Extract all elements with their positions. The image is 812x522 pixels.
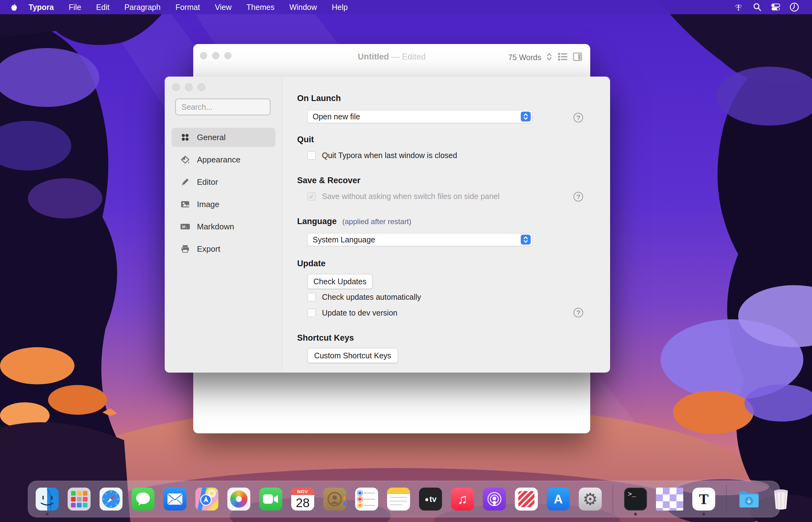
menu-item-window[interactable]: Window (282, 0, 325, 14)
sidebar-item-editor[interactable]: Editor (172, 172, 275, 192)
section-save-recover: Save & Recover (297, 176, 361, 185)
menu-bar: Typora File Edit Paragraph Format View T… (0, 0, 812, 14)
dock-item-safari[interactable] (100, 487, 122, 510)
document-status: Edited (402, 52, 426, 61)
menu-item-view[interactable]: View (208, 0, 239, 14)
dock-item-photos[interactable] (227, 487, 250, 510)
on-launch-help-icon[interactable]: ? (574, 113, 583, 122)
document-title-name: Untitled (357, 52, 389, 61)
dock-item-system-preferences[interactable]: ⚙ (579, 487, 602, 510)
dock-item-mail[interactable] (163, 487, 187, 510)
running-indicator (702, 513, 705, 516)
dock-item-facetime[interactable] (259, 487, 282, 510)
search-icon[interactable] (752, 2, 762, 13)
grid-dots-icon (180, 132, 190, 142)
auto-update-checkbox-row: Check updates automatically (307, 293, 421, 302)
dock-item-contacts[interactable] (323, 487, 346, 510)
gear-glyph: ⚙ (583, 491, 598, 507)
word-count-stepper-icon[interactable] (546, 52, 553, 63)
quit-checkbox[interactable] (307, 151, 316, 160)
section-shortcut-keys: Shortcut Keys (297, 333, 354, 343)
appstore-glyph: A (554, 492, 563, 506)
menu-item-paragraph[interactable]: Paragraph (117, 0, 168, 14)
on-launch-select[interactable]: Open new file (307, 110, 533, 123)
close-button[interactable] (172, 83, 180, 91)
dock-item-app-store[interactable]: A (547, 487, 570, 510)
sidebar-item-general[interactable]: General (172, 128, 275, 147)
dock-divider (613, 485, 613, 513)
dock-item-messages[interactable] (132, 487, 154, 510)
word-count[interactable]: 75 Words (508, 53, 541, 62)
zoom-button[interactable] (197, 83, 205, 91)
dock-item-trash[interactable] (770, 487, 792, 510)
section-language: Language(applied after restart) (297, 217, 411, 226)
calendar-day: 28 (291, 495, 314, 510)
dock-item-image-thumbnail[interactable] (656, 487, 683, 510)
select-stepper-icon (521, 112, 531, 121)
dev-version-help-icon[interactable]: ? (574, 308, 583, 317)
wifi-alert-icon[interactable] (733, 2, 744, 13)
running-indicator (634, 513, 637, 516)
dock-item-calendar[interactable]: NOV 28 (291, 487, 314, 510)
preferences-sidebar: General Appearance Editor (165, 77, 282, 373)
control-center-icon[interactable] (770, 2, 781, 13)
outline-list-icon[interactable] (557, 52, 568, 63)
save-help-icon[interactable]: ? (574, 192, 583, 201)
dock-item-notes[interactable] (387, 487, 410, 510)
dock-item-podcasts[interactable] (483, 487, 506, 510)
dock-item-news[interactable] (515, 487, 538, 510)
svg-text:M↓: M↓ (182, 225, 187, 229)
menu-item-format[interactable]: Format (168, 0, 208, 14)
auto-update-checkbox[interactable] (307, 293, 316, 301)
preferences-main-pane: On Launch Open new file ? Quit Quit Typo… (283, 77, 610, 373)
tv-glyph: tv (424, 495, 437, 504)
pencil-icon (180, 177, 190, 187)
clock-icon[interactable] (789, 2, 799, 13)
sidebar-item-export[interactable]: Export (172, 239, 275, 259)
calendar-month: NOV (291, 487, 314, 495)
language-note: (applied after restart) (343, 217, 411, 226)
dock-item-launchpad[interactable] (67, 487, 91, 510)
dock-item-typora[interactable]: T (692, 487, 715, 510)
dock-item-apple-tv[interactable]: tv (419, 487, 442, 510)
document-titlebar: Untitled — Edited 75 Words (193, 44, 590, 69)
terminal-prompt-glyph: >_ (628, 491, 636, 498)
section-quit: Quit (297, 135, 314, 144)
sidebar-item-appearance[interactable]: Appearance (172, 150, 275, 169)
printer-icon (180, 244, 190, 254)
dock-item-terminal[interactable]: >_ (624, 487, 647, 510)
minimize-button[interactable] (185, 83, 193, 91)
dev-version-checkbox-row: Update to dev version (307, 308, 397, 317)
menu-item-file[interactable]: File (61, 0, 89, 14)
menu-item-themes[interactable]: Themes (239, 0, 282, 14)
save-checkbox-row: ✓ Save without asking when switch files … (307, 192, 500, 201)
image-icon (180, 199, 190, 209)
menu-item-edit[interactable]: Edit (89, 0, 117, 14)
dev-version-checkbox[interactable] (307, 309, 316, 317)
search-input[interactable] (175, 99, 270, 115)
paint-bucket-icon (180, 155, 190, 165)
apple-menu-icon[interactable] (9, 2, 19, 13)
dock-item-maps[interactable] (195, 487, 218, 510)
dock-item-reminders[interactable] (355, 487, 378, 510)
menu-item-typora[interactable]: Typora (21, 0, 61, 14)
language-select[interactable]: System Language (307, 233, 533, 246)
sidebar-item-image[interactable]: Image (172, 195, 275, 214)
sidebar-toggle-icon[interactable] (573, 52, 582, 63)
desktop: Typora File Edit Paragraph Format View T… (0, 0, 812, 522)
section-update: Update (297, 259, 326, 268)
save-checkbox: ✓ (307, 192, 316, 201)
markdown-icon: M↓ (180, 222, 190, 232)
custom-shortcut-keys-button[interactable]: Custom Shortcut Keys (307, 348, 398, 363)
select-stepper-icon (521, 235, 531, 245)
dock-item-music[interactable]: ♫ (451, 487, 474, 510)
dock-item-finder[interactable] (36, 487, 59, 510)
check-updates-button[interactable]: Check Updates (307, 274, 372, 289)
typora-glyph: T (699, 491, 709, 507)
dock-item-downloads[interactable] (738, 487, 760, 510)
quit-checkbox-row: Quit Typora when last window is closed (307, 151, 457, 160)
menu-item-help[interactable]: Help (325, 0, 355, 14)
dock: NOV 28 (28, 481, 780, 517)
sidebar-item-markdown[interactable]: M↓ Markdown (172, 217, 275, 236)
running-indicator (46, 513, 49, 516)
